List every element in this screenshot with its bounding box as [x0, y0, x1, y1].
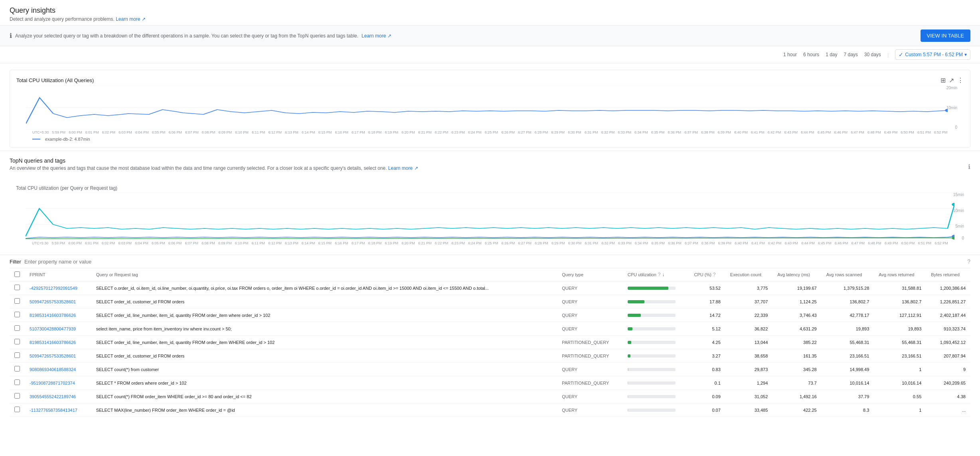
- expand-icon[interactable]: ⊞: [940, 77, 946, 84]
- topn-x-label: 6:36 PM: [668, 241, 682, 245]
- avg-rows-returned-4: 55,468.31: [874, 336, 926, 349]
- x-label: 6:25 PM: [485, 130, 498, 134]
- row-checkbox-2[interactable]: [14, 312, 20, 317]
- total-cpu-section: Total CPU Utilization (All Queries) ⊞ ↗ …: [0, 63, 980, 151]
- x-label: 6:02 PM: [102, 130, 116, 134]
- time-range-1hour[interactable]: 1 hour: [783, 50, 797, 59]
- time-range-6hours[interactable]: 6 hours: [803, 50, 819, 59]
- fprint-link-5[interactable]: 5099472657533528601: [30, 354, 76, 358]
- query-text-0: SELECT o.order_id, oi.item_id, oi.line_n…: [96, 286, 489, 291]
- row-checkbox-7[interactable]: [14, 379, 20, 385]
- info-banner: ℹ Analyze your selected query or tag wit…: [0, 26, 980, 46]
- x-label: 6:15 PM: [318, 130, 332, 134]
- topn-x-label: 6:03 PM: [119, 241, 132, 245]
- bytes-returned-1: 1,226,851.27: [926, 295, 970, 309]
- share-icon[interactable]: ↗: [949, 77, 954, 84]
- x-label: 6:01 PM: [85, 130, 99, 134]
- fprint-link-1[interactable]: 5099472657533528601: [30, 299, 76, 304]
- exec-count-5: 38,658: [725, 349, 773, 363]
- bytes-returned-9: ...: [926, 403, 970, 417]
- fprint-link-3[interactable]: 5107300428800477939: [30, 326, 76, 331]
- avg-rows-scanned-7: 10,016.14: [822, 376, 874, 390]
- fprint-link-4[interactable]: 8198531416603786626: [30, 340, 76, 345]
- row-checkbox-9[interactable]: [14, 407, 20, 412]
- fprint-link-8[interactable]: 3905545552422189746: [30, 394, 76, 399]
- fprint-link-6[interactable]: 9080869340618588324: [30, 367, 76, 372]
- fprint-link-2[interactable]: 8198531416603786626: [30, 313, 76, 318]
- x-label: 6:20 PM: [401, 130, 415, 134]
- row-checkbox-1[interactable]: [14, 298, 20, 304]
- avg-rows-returned-1: 136,802.7: [874, 295, 926, 309]
- x-label: 6:26 PM: [501, 130, 515, 134]
- exec-count-0: 3,775: [725, 281, 773, 295]
- topn-x-label: 6:15 PM: [318, 241, 332, 245]
- topn-x-label: 6:05 PM: [152, 241, 165, 245]
- topn-x-label: 6:32 PM: [601, 241, 615, 245]
- cpu-util-help-icon[interactable]: ?: [658, 272, 661, 277]
- avg-latency-4: 385.22: [773, 336, 821, 349]
- fprint-link-9[interactable]: -1132776587358413417: [30, 408, 77, 413]
- cpu-bar-4: [628, 341, 676, 344]
- avg-latency-3: 4,631.29: [773, 322, 821, 336]
- topn-info-icon[interactable]: ℹ: [968, 163, 970, 171]
- topn-x-label: 6:02 PM: [102, 241, 115, 245]
- legend-line-icon: [32, 139, 40, 140]
- x-label: 6:18 PM: [368, 130, 382, 134]
- cpu-pct-0: 53.52: [689, 281, 725, 295]
- table-row: 5099472657533528601 SELECT order_id, cus…: [10, 295, 970, 309]
- row-checkbox-3[interactable]: [14, 325, 20, 331]
- topn-x-label: 6:19 PM: [385, 241, 399, 245]
- topn-subtitle: An overview of the queries and tags that…: [10, 165, 387, 171]
- learn-more-link-topn[interactable]: Learn more ↗: [388, 165, 418, 171]
- cpu-bar-7: [628, 381, 676, 385]
- topn-x-label: 6:33 PM: [618, 241, 632, 245]
- avg-latency-9: 422.25: [773, 403, 821, 417]
- fprint-link-7[interactable]: -951908728871702374: [30, 381, 75, 385]
- bytes-returned-5: 207,807.94: [926, 349, 970, 363]
- fprint-link-0[interactable]: -4292570127992091549: [30, 286, 77, 291]
- topn-x-label: 6:23 PM: [452, 241, 465, 245]
- x-label: 6:13 PM: [285, 130, 298, 134]
- topn-x-label: 6:50 PM: [901, 241, 915, 245]
- filter-input[interactable]: [24, 259, 964, 265]
- learn-more-link-header[interactable]: Learn more ↗: [116, 16, 146, 22]
- row-checkbox-0[interactable]: [14, 285, 20, 290]
- time-range-30days[interactable]: 30 days: [864, 50, 881, 59]
- query-text-6: SELECT count(*) from customer: [96, 367, 159, 372]
- col-cpu-util: CPU utilization ? ↓: [623, 268, 690, 281]
- filter-help-icon[interactable]: ?: [967, 258, 970, 265]
- x-label: 6:22 PM: [435, 130, 449, 134]
- row-checkbox-4[interactable]: [14, 339, 20, 344]
- avg-latency-7: 73.7: [773, 376, 821, 390]
- select-all-checkbox[interactable]: [14, 271, 20, 277]
- more-options-icon[interactable]: ⋮: [957, 77, 964, 84]
- topn-x-label: 6:06 PM: [168, 241, 182, 245]
- cpu-pct-help-icon[interactable]: ?: [713, 272, 716, 277]
- col-exec-count: Execution count: [725, 268, 773, 281]
- topn-x-label: 6:39 PM: [718, 241, 732, 245]
- cpu-pct-1: 17.88: [689, 295, 725, 309]
- topn-x-label: 6:31 PM: [585, 241, 599, 245]
- cpu-pct-7: 0.1: [689, 376, 725, 390]
- learn-more-link-banner[interactable]: Learn more ↗: [362, 33, 391, 39]
- row-checkbox-6[interactable]: [14, 366, 20, 371]
- x-label: 6:49 PM: [884, 130, 898, 134]
- x-label: 6:48 PM: [867, 130, 881, 134]
- cpu-util-sort-icon[interactable]: ↓: [662, 272, 665, 277]
- avg-rows-scanned-5: 23,166.51: [822, 349, 874, 363]
- x-label: 6:29 PM: [551, 130, 565, 134]
- view-in-table-button[interactable]: VIEW IN TABLE: [921, 29, 970, 42]
- avg-rows-scanned-1: 136,802.7: [822, 295, 874, 309]
- time-range-1day[interactable]: 1 day: [826, 50, 837, 59]
- col-bytes-returned: Bytes returned: [926, 268, 970, 281]
- bytes-returned-0: 1,200,386.64: [926, 281, 970, 295]
- cpu-bar-8: [628, 395, 676, 398]
- avg-rows-scanned-3: 19,893: [822, 322, 874, 336]
- table-row: 5099472657533528601 SELECT order_id, cus…: [10, 349, 970, 363]
- col-avg-rows-returned: Avg rows returned: [874, 268, 926, 281]
- time-range-7days[interactable]: 7 days: [844, 50, 858, 59]
- x-label: 6:27 PM: [518, 130, 531, 134]
- time-range-custom[interactable]: ✓ Custom 5:57 PM - 6:52 PM ▾: [895, 49, 970, 60]
- row-checkbox-5[interactable]: [14, 352, 20, 358]
- row-checkbox-8[interactable]: [14, 393, 20, 399]
